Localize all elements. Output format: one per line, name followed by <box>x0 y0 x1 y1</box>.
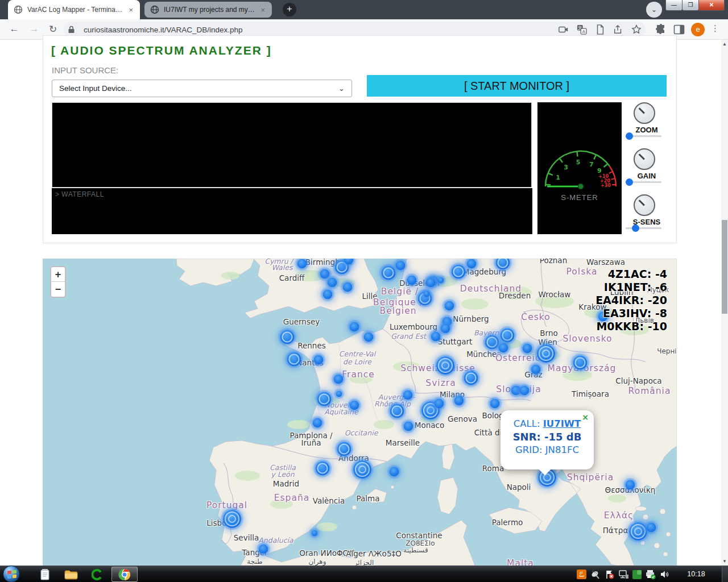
share-icon[interactable] <box>613 24 623 35</box>
bookmark-star-icon[interactable] <box>631 24 642 35</box>
tab-search-button[interactable]: ⌄ <box>646 2 662 18</box>
station-marker[interactable] <box>573 356 588 370</box>
station-marker[interactable] <box>499 343 508 353</box>
gain-slider-thumb[interactable] <box>626 178 633 186</box>
station-marker[interactable] <box>328 278 337 288</box>
scroll-down-icon[interactable]: ▼ <box>721 559 728 564</box>
side-panel-icon[interactable] <box>673 24 685 35</box>
station-marker[interactable] <box>431 332 441 342</box>
document-icon[interactable] <box>595 24 605 35</box>
station-marker[interactable] <box>626 480 635 490</box>
station-marker[interactable] <box>390 467 399 477</box>
station-marker[interactable] <box>523 344 532 354</box>
station-marker[interactable] <box>403 390 413 400</box>
station-marker[interactable] <box>259 544 268 554</box>
forward-button[interactable]: → <box>28 23 40 35</box>
station-marker[interactable] <box>313 418 322 428</box>
station-marker[interactable] <box>467 259 477 269</box>
translate-icon[interactable]: 文A <box>577 24 587 35</box>
start-monitor-button[interactable]: [ START MONITOR ] <box>367 75 667 97</box>
popup-close-icon[interactable]: × <box>582 413 589 422</box>
profile-avatar[interactable]: e <box>691 23 705 36</box>
network-tray-icon[interactable] <box>618 569 629 580</box>
station-marker[interactable] <box>490 399 500 409</box>
station-marker[interactable] <box>426 278 436 288</box>
station-marker[interactable] <box>424 291 430 297</box>
station-marker[interactable] <box>337 442 351 456</box>
green-c-taskbar-icon[interactable] <box>89 568 106 581</box>
station-marker[interactable] <box>407 276 417 285</box>
java-tray-icon[interactable] <box>576 569 587 580</box>
station-marker[interactable] <box>485 335 499 350</box>
station-marker[interactable] <box>297 259 307 269</box>
new-tab-button[interactable]: + <box>283 3 296 16</box>
flag-alert-tray-icon[interactable] <box>604 569 615 580</box>
station-marker[interactable] <box>445 301 454 311</box>
station-marker[interactable] <box>500 329 515 343</box>
printer-tray-icon[interactable] <box>645 569 656 580</box>
station-marker[interactable] <box>441 324 450 334</box>
station-marker[interactable] <box>334 375 344 384</box>
menu-kebab-icon[interactable]: ⋮ <box>711 23 719 34</box>
station-marker[interactable] <box>320 269 330 279</box>
station-marker[interactable] <box>350 322 359 332</box>
station-marker[interactable] <box>390 404 404 418</box>
scroll-up-icon[interactable]: ▲ <box>721 41 728 47</box>
station-marker[interactable] <box>454 396 464 406</box>
station-marker[interactable] <box>647 523 656 533</box>
language-square-tray-icon[interactable] <box>631 569 643 580</box>
s-sens-slider-track[interactable] <box>626 227 661 229</box>
station-marker[interactable] <box>629 522 647 541</box>
station-marker[interactable] <box>312 530 318 537</box>
station-marker[interactable] <box>436 356 454 375</box>
station-marker[interactable] <box>435 399 444 409</box>
start-button[interactable] <box>3 566 20 582</box>
station-marker[interactable] <box>280 330 295 344</box>
station-marker[interactable] <box>404 422 413 431</box>
tab-varac-log-mapper[interactable]: VarAC Log Mapper - Terminal Edi × <box>8 0 140 19</box>
taskbar-clock[interactable]: 10:18 <box>680 570 712 578</box>
station-marker[interactable] <box>520 386 530 396</box>
station-marker[interactable] <box>350 401 359 410</box>
station-marker[interactable] <box>317 392 332 406</box>
tab-iu7iwt[interactable]: IU7IWT my projects and my hobb × <box>144 2 272 18</box>
station-marker[interactable] <box>287 352 301 367</box>
zoom-knob[interactable] <box>634 102 655 124</box>
show-desktop-button[interactable] <box>722 566 728 582</box>
input-device-select[interactable]: Select Input Device... ⌄ <box>52 80 352 97</box>
scrollbar-thumb[interactable] <box>722 220 727 314</box>
minimize-button[interactable]: — <box>665 0 682 11</box>
s-sens-knob[interactable] <box>634 194 655 216</box>
station-map[interactable]: Cymru /WalesBirminghamCardiffLilleDüssel… <box>43 259 677 566</box>
media-camera-icon[interactable] <box>559 24 569 35</box>
satellite-tray-icon[interactable] <box>590 569 602 580</box>
tab-close-icon[interactable]: × <box>127 6 134 14</box>
reload-button[interactable]: ↻ <box>47 23 59 35</box>
maximize-button[interactable]: ❐ <box>682 0 699 11</box>
station-marker[interactable] <box>531 365 541 375</box>
station-marker[interactable] <box>343 282 353 292</box>
station-marker[interactable] <box>396 261 406 271</box>
station-marker[interactable] <box>353 460 371 479</box>
tab-close-icon[interactable]: × <box>259 6 266 14</box>
station-marker[interactable] <box>323 290 333 300</box>
chrome-taskbar-icon[interactable] <box>111 567 138 582</box>
station-marker[interactable] <box>438 277 444 284</box>
station-marker[interactable] <box>464 371 478 385</box>
call-value-link[interactable]: IU7IWT <box>543 418 581 429</box>
zoom-slider-thumb[interactable] <box>626 132 633 140</box>
station-marker[interactable] <box>336 391 342 397</box>
station-marker[interactable] <box>223 510 241 528</box>
explorer-taskbar-icon[interactable] <box>63 568 80 581</box>
close-window-button[interactable]: ✕ <box>698 0 725 11</box>
station-marker[interactable] <box>537 344 555 363</box>
gain-knob[interactable] <box>634 148 655 170</box>
zoom-in-button[interactable]: + <box>51 267 65 282</box>
zoom-out-button[interactable]: − <box>51 282 65 297</box>
notepad-taskbar-icon[interactable] <box>36 568 53 581</box>
station-marker[interactable] <box>316 462 330 476</box>
extensions-puzzle-icon[interactable] <box>655 24 667 35</box>
volume-tray-icon[interactable] <box>659 569 670 580</box>
back-button[interactable]: ← <box>8 23 20 35</box>
s-sens-slider-thumb[interactable] <box>632 225 639 232</box>
